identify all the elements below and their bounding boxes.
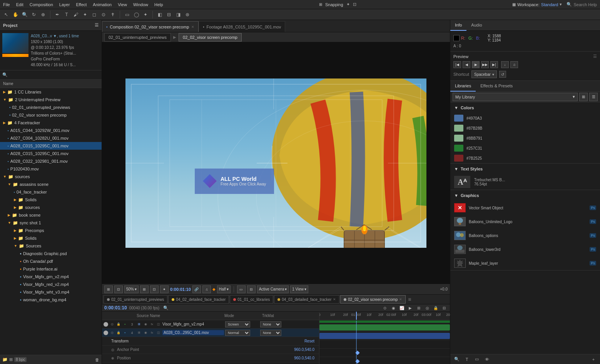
tree-item-sources[interactable]: ▼ 📁 sources	[0, 173, 102, 180]
layer-lock-3[interactable]: 🔒	[116, 322, 121, 327]
layer-label-3[interactable]: ▪	[122, 322, 128, 327]
layer-solo-3[interactable]: ◎	[109, 322, 115, 327]
prev-first-btn[interactable]: |◀	[453, 61, 461, 68]
tree-item-prev-01[interactable]: ▪ 02_01_uninterrupted_previews	[0, 104, 102, 111]
zoom-tool[interactable]: 🔍	[21, 11, 28, 18]
menu-item-composition[interactable]: Composition	[30, 2, 53, 7]
layer-visibility-3[interactable]	[104, 322, 108, 327]
tl-lock-btn[interactable]: 🔒	[432, 304, 439, 311]
tl-render-queue-btn[interactable]: ▶	[407, 304, 414, 311]
work-area-bar[interactable]	[319, 321, 450, 323]
tree-item-vid-02[interactable]: ▪ A027_C004_10282U_001.mov	[0, 134, 102, 142]
tl-cache-work-btn[interactable]: ⊞	[415, 304, 422, 311]
comp-tab-close[interactable]: ✕	[191, 25, 194, 29]
menu-item-layer[interactable]: Layer	[59, 2, 70, 7]
prev-load-btn[interactable]: ↓	[501, 61, 509, 68]
library-selector[interactable]: My Library ▾	[453, 93, 578, 101]
tree-item-diagnostic[interactable]: ▪ Diagnostic Graphic.psd	[0, 250, 102, 257]
tab-libraries[interactable]: Libraries	[450, 81, 476, 92]
tree-item-solids-2[interactable]: ▶ 📁 Solids	[0, 234, 102, 242]
rp-rect-btn[interactable]: ▭	[473, 356, 481, 363]
viewer-region-btn[interactable]: ▭	[237, 286, 246, 293]
viewer-audio-btn[interactable]: ♫	[202, 286, 211, 293]
keyframe-position[interactable]	[355, 359, 359, 363]
tree-item-facetracker[interactable]: ▶ 📁 4 Facetracker	[0, 119, 102, 127]
prev-play-btn[interactable]: ▶	[472, 61, 480, 68]
text-styles-header[interactable]: ▼ Text Styles	[450, 164, 600, 174]
layer-effect-4[interactable]: fx	[149, 330, 155, 336]
tl-motion-blur-btn[interactable]: ◉	[390, 304, 397, 311]
timeline-ruler[interactable]: 0 10f 20f 01:00f 10f 20f 02:00f 10f 20f …	[319, 312, 450, 320]
menu-item-animation[interactable]: Animation	[93, 2, 112, 7]
tree-item-visor-red[interactable]: ▪ Visor_Mgfx_red_v2.mp4	[0, 281, 102, 288]
ellipse-tool[interactable]: ◯	[132, 11, 140, 18]
graphic-row-1[interactable]: Balloons_Unlimited_Logo Ps	[450, 215, 600, 229]
transform-reset-btn[interactable]: Reset	[304, 339, 314, 343]
layer-motion-4[interactable]: ◉	[143, 330, 148, 336]
comp-tab-face2[interactable]: 04_03_detailed_face_tracker ✕	[274, 295, 339, 304]
tree-item-precomps[interactable]: ▶ 📁 Precomps	[0, 227, 102, 234]
eraser-tool[interactable]: ◻	[90, 11, 98, 18]
layer-effect-3[interactable]: fx	[149, 322, 155, 327]
composition-viewer[interactable]: ALL PC World Free Apps One Click Away	[102, 42, 450, 284]
tree-item-purple-interface[interactable]: ▪ Purple Interface.ai	[0, 265, 102, 273]
menu-item-help[interactable]: Help	[154, 2, 163, 7]
comp-tab-visor[interactable]: 02_02_visor screen precomp ✕	[340, 295, 406, 304]
tl-switches-btn[interactable]: ⊟	[441, 304, 448, 311]
layer-blend-3[interactable]: ◫	[156, 322, 161, 327]
new-comp-btn[interactable]: ⊞	[9, 357, 13, 362]
viewer-safe-btn[interactable]: ⊡	[150, 286, 159, 293]
viewer-fit-btn[interactable]: ⊡	[114, 286, 123, 293]
delete-btn[interactable]: 🗑	[95, 357, 99, 362]
workspace-dropdown[interactable]: ▾	[560, 2, 562, 7]
position-value[interactable]: 960.0,540.0	[294, 356, 314, 360]
comp-tab-cc[interactable]: 01_01_cc_libraries	[230, 295, 273, 304]
rectangle-tool[interactable]: ▭	[123, 11, 131, 18]
graphic-row-0[interactable]: ✕ Vector Smart Object Ps	[450, 201, 600, 215]
prev-audio-btn[interactable]: ♫	[510, 61, 518, 68]
viewer-resolution-dropdown[interactable]: Half ▾	[217, 286, 231, 293]
tree-item-sources-2[interactable]: ▶ 📁 sources	[0, 204, 102, 211]
tree-item-visor-wht[interactable]: ▪ Visor_Mgfx_wht_v3.mp4	[0, 288, 102, 296]
tl-draft-btn[interactable]: ⊙	[381, 304, 388, 311]
layer-visibility-4[interactable]	[104, 331, 108, 335]
layer-trkmat-select-4[interactable]: None	[260, 330, 281, 336]
camera-track-tool[interactable]: ⊕	[39, 11, 47, 18]
current-time[interactable]: 0:00:01:10	[104, 305, 127, 311]
tl-solo-btn[interactable]: ◎	[424, 304, 431, 311]
search-help-label[interactable]: Search Help	[573, 2, 597, 7]
align-right-tool[interactable]: ◨	[174, 11, 182, 18]
tree-item-sources-sub[interactable]: ▼ 📁 Sources	[0, 242, 102, 250]
tree-item-vid-03[interactable]: ▪ A028_C015_10295C_001.mov	[0, 142, 102, 150]
new-comp-tab-btn[interactable]: ≡	[406, 296, 413, 302]
brush-tool[interactable]: 🖌	[72, 11, 80, 18]
viewer-sync-btn[interactable]: 🔗	[192, 286, 201, 293]
tab-info[interactable]: Info	[450, 20, 466, 31]
tree-item-book-scene[interactable]: ▶ 📁 book scene	[0, 211, 102, 219]
comp-tab-face[interactable]: 04_02_detailed_face_tracker	[168, 295, 229, 304]
menu-item-effect[interactable]: Effect	[76, 2, 87, 7]
prev-forward-btn[interactable]: ▶▶	[481, 61, 489, 68]
roto-brush-tool[interactable]: ⊙	[100, 11, 107, 18]
hand-tool[interactable]: ✋	[12, 11, 19, 18]
graphic-row-4[interactable]: Maple_leaf_layer Ps	[450, 256, 600, 270]
tree-item-oh-canada[interactable]: ▪ Oh Canada!.pdf	[0, 257, 102, 265]
new-folder-btn[interactable]: 📁	[2, 357, 8, 362]
clone-stamp-tool[interactable]: ✦	[81, 11, 89, 18]
comp-tab-visor-close[interactable]: ✕	[399, 297, 402, 301]
track-bar-3[interactable]	[319, 324, 450, 331]
project-search-input[interactable]	[9, 73, 99, 77]
viewer-zoom-dropdown[interactable]: 50% ▾	[124, 286, 139, 293]
keyframe-anchor[interactable]	[355, 351, 359, 355]
tree-item-vid-05[interactable]: ▪ A028_C022_102981_001.mov	[0, 157, 102, 165]
color-row-2[interactable]: #8BB791	[450, 133, 600, 143]
colors-section-header[interactable]: ▼ Colors	[450, 102, 600, 113]
text-style-row-0[interactable]: Aᴬ Trebuchet MS B... 76.54pt	[450, 174, 600, 190]
layer-solo-4[interactable]: ◎	[109, 330, 115, 336]
track-bar-4[interactable]	[319, 333, 450, 339]
select-tool[interactable]: ↖	[2, 11, 10, 18]
tree-item-cc-libraries[interactable]: ▶ 📁 1 CC Libraries	[0, 88, 102, 96]
prev-back-btn[interactable]: ◀	[463, 61, 470, 68]
comp-tab-face2-close[interactable]: ✕	[333, 297, 336, 301]
layer-mode-select-4[interactable]: Normal	[225, 330, 250, 336]
